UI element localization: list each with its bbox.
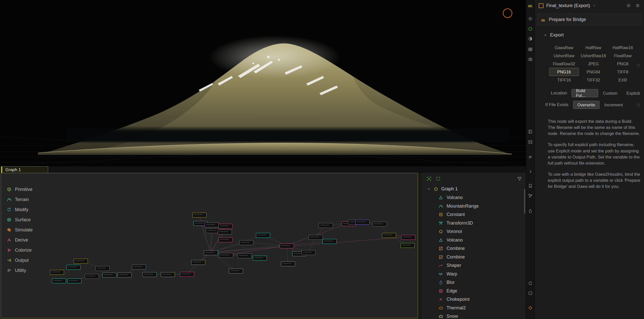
graph-node-9[interactable] bbox=[117, 273, 132, 277]
graph-node-42[interactable] bbox=[400, 243, 415, 248]
brightness-sun-icon[interactable] bbox=[527, 16, 533, 22]
tree-scrollbar[interactable] bbox=[524, 189, 525, 214]
palette-item-primitive[interactable]: Primitive bbox=[4, 184, 36, 194]
format-option-tiff8[interactable]: TIFF8 bbox=[608, 68, 637, 76]
render-mode-icon[interactable] bbox=[527, 26, 533, 32]
format-option-floatraw32[interactable]: FloatRaw32 bbox=[549, 60, 579, 68]
palette-item-utility[interactable]: Utility bbox=[4, 265, 36, 275]
graph-node-3[interactable] bbox=[66, 265, 80, 270]
tree-item-transform3d[interactable]: Transform3D bbox=[422, 219, 526, 228]
graph-node-29[interactable] bbox=[280, 244, 294, 248]
graph-node-32[interactable] bbox=[301, 250, 316, 255]
filter-funnel-icon[interactable] bbox=[517, 176, 522, 181]
graph-node-6[interactable] bbox=[85, 274, 99, 279]
format-option-png8[interactable]: PNG8 bbox=[608, 60, 637, 68]
hamburger-menu-icon[interactable] bbox=[635, 3, 640, 8]
fit-selection-icon[interactable] bbox=[436, 176, 441, 181]
graph-node-19[interactable] bbox=[218, 230, 232, 234]
graph-node-35[interactable] bbox=[323, 239, 337, 244]
graph-node-28[interactable] bbox=[256, 233, 270, 238]
library-book-icon[interactable] bbox=[527, 183, 533, 189]
tree-item-combine[interactable]: Combine bbox=[422, 253, 526, 262]
location-option-custom[interactable]: Custom bbox=[599, 89, 622, 97]
if-file-exists-option-overwrite[interactable]: Overwrite bbox=[573, 101, 600, 109]
graph-node-2[interactable] bbox=[52, 278, 66, 283]
graph-node-27[interactable] bbox=[253, 256, 267, 261]
tree-item-warp[interactable]: Warp bbox=[422, 270, 526, 278]
palette-item-simulate[interactable]: Simulate bbox=[4, 225, 36, 235]
graph-node-13[interactable] bbox=[180, 272, 194, 277]
format-option-jpeg[interactable]: JPEG bbox=[579, 60, 608, 68]
palette-item-surface[interactable]: Surface bbox=[4, 215, 36, 225]
palette-item-terrain[interactable]: Terrain bbox=[4, 194, 36, 205]
viewport-orbit-ring[interactable] bbox=[503, 8, 512, 18]
tree-item-constant[interactable]: Constant bbox=[422, 210, 526, 219]
graph-node-40[interactable] bbox=[382, 233, 396, 238]
graph-node-39[interactable] bbox=[373, 222, 387, 227]
graph-node-24[interactable] bbox=[219, 253, 233, 258]
format-option-ushortraw16[interactable]: UshortRaw16 bbox=[579, 52, 608, 60]
graph-node-5[interactable] bbox=[74, 259, 88, 264]
location-option-build-fol-[interactable]: Build Fol... bbox=[572, 89, 598, 97]
graph-node-7[interactable] bbox=[95, 266, 110, 271]
prepare-for-bridge-button[interactable]: Prepare for Bridge bbox=[537, 14, 641, 25]
refresh-icon[interactable] bbox=[527, 280, 533, 286]
camera-icon[interactable] bbox=[527, 56, 533, 62]
viewport-3d[interactable] bbox=[0, 0, 526, 166]
split-rows-icon[interactable] bbox=[527, 139, 533, 145]
tree-item-volcano[interactable]: Volcano bbox=[422, 236, 526, 245]
format-option-exr[interactable]: EXR bbox=[608, 76, 637, 84]
tree-item-edge[interactable]: Edge bbox=[422, 287, 526, 295]
graph-node-34[interactable] bbox=[319, 223, 333, 228]
graph-node-22[interactable] bbox=[204, 250, 218, 255]
tab-graph-1[interactable]: Graph 1 bbox=[1, 166, 48, 173]
if-file-exists-option-increment[interactable]: Increment bbox=[600, 101, 627, 109]
tree-item-thermal2[interactable]: Thermal2 bbox=[422, 304, 526, 312]
tree-item-volcano[interactable]: Volcano bbox=[422, 193, 526, 202]
water-droplet-icon[interactable] bbox=[527, 208, 533, 214]
node-graph-canvas[interactable]: PrimitiveTerrainModifySurfaceSimulateDer… bbox=[1, 173, 418, 318]
box-icon[interactable] bbox=[527, 290, 533, 296]
format-option-ushortraw[interactable]: UshortRaw bbox=[549, 52, 579, 60]
tree-item-voronoi[interactable]: Voronoi bbox=[422, 227, 526, 236]
chevron-down-icon[interactable] bbox=[593, 4, 596, 7]
tree-item-shaper[interactable]: Shaper bbox=[422, 261, 526, 270]
palette-item-derive[interactable]: Derive bbox=[4, 235, 36, 245]
side-panel-icon[interactable] bbox=[527, 129, 533, 135]
graph-node-20[interactable] bbox=[218, 237, 233, 242]
resolution-badge[interactable]: 4K bbox=[527, 3, 533, 9]
tree-root-graph-1[interactable]: Graph 1 bbox=[422, 184, 526, 193]
graph-node-23[interactable] bbox=[191, 260, 205, 265]
gear-settings-icon[interactable] bbox=[626, 3, 631, 8]
grid-overlay-icon[interactable] bbox=[527, 46, 533, 52]
palette-item-modify[interactable]: Modify bbox=[4, 205, 36, 215]
shading-half-icon[interactable] bbox=[527, 36, 533, 42]
tree-item-chokepoint[interactable]: Chokepoint bbox=[422, 295, 526, 304]
format-option-png16[interactable]: PNG16 bbox=[549, 68, 579, 76]
graph-node-4[interactable] bbox=[67, 278, 82, 283]
format-option-halfraw16[interactable]: HalfRaw16 bbox=[608, 44, 637, 52]
list-lines-icon[interactable] bbox=[527, 154, 533, 160]
export-section-header[interactable]: Export bbox=[544, 32, 564, 38]
tree-item-snow[interactable]: Snow bbox=[422, 312, 526, 319]
graph-node-41[interactable] bbox=[401, 235, 415, 240]
graph-node-30[interactable] bbox=[281, 262, 295, 266]
graph-node-38[interactable] bbox=[355, 220, 370, 225]
graph-node-10[interactable] bbox=[132, 265, 146, 269]
format-option-tiff16[interactable]: TIFF16 bbox=[549, 76, 579, 84]
format-option-gaearaw[interactable]: GaeaRaw bbox=[549, 44, 579, 52]
tree-item-blur[interactable]: Blur bbox=[422, 278, 526, 287]
graph-node-14[interactable] bbox=[192, 213, 207, 217]
graph-node-1[interactable] bbox=[50, 270, 64, 275]
graph-node-11[interactable] bbox=[143, 272, 157, 277]
graph-node-18[interactable] bbox=[218, 224, 233, 229]
frame-selection-icon[interactable] bbox=[427, 176, 432, 181]
format-option-floatraw[interactable]: FloatRaw bbox=[608, 52, 637, 60]
palette-item-output[interactable]: Output bbox=[4, 255, 36, 265]
graph-node-12[interactable] bbox=[161, 272, 175, 277]
mutations-icon[interactable] bbox=[527, 305, 533, 311]
graph-node-25[interactable] bbox=[229, 269, 243, 273]
tree-item-combine[interactable]: Combine bbox=[422, 244, 526, 253]
tree-item-mountainrange[interactable]: MountainRange bbox=[422, 202, 526, 211]
location-option-explicit[interactable]: Explicit bbox=[622, 89, 644, 97]
